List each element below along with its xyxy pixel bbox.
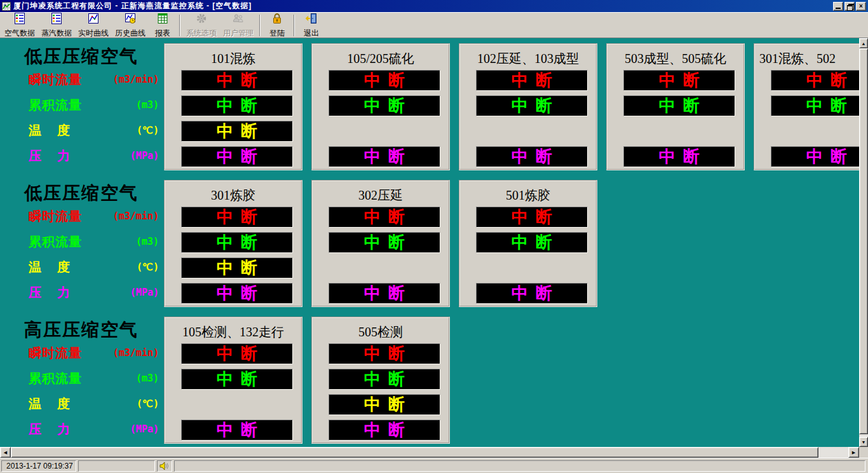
value-display-0: 中断 — [181, 207, 293, 228]
legend-unit: (m3/min) — [113, 74, 159, 85]
scroll-up-button[interactable]: ▲ — [859, 38, 868, 48]
legend-label: 瞬时流量 — [29, 345, 82, 362]
legend-label: 瞬时流量 — [29, 71, 82, 88]
station-panel-title: 301混炼、502 — [755, 50, 859, 67]
station-panel-title: 105/205硫化 — [313, 50, 449, 67]
value-text: 中断 — [364, 282, 412, 305]
legend-unit: (m3) — [136, 99, 159, 111]
value-display-0: 中断 — [771, 70, 859, 91]
legend-label: 累积流量 — [29, 97, 82, 114]
value-text: 中断 — [217, 69, 265, 92]
scroll-left-button[interactable]: ◀ — [0, 447, 11, 458]
value-text: 中断 — [217, 419, 265, 441]
restore-button[interactable] — [844, 2, 855, 11]
legend-unit: (℃) — [137, 398, 159, 409]
toolbar-button-5: 系统选项 — [183, 13, 220, 38]
toolbar-button-label: 登陆 — [269, 28, 285, 39]
vertical-scrollbar: ▲ ▼ — [859, 38, 868, 447]
legend-row-2: 温 度(℃) — [29, 397, 159, 411]
station-panel-title: 302压延 — [313, 187, 449, 204]
legend-row-1: 累积流量(m3) — [29, 371, 159, 385]
legend-unit: (MPa) — [130, 423, 159, 435]
value-display-3: 中断 — [329, 146, 440, 167]
group-title: 低压压缩空气 — [24, 45, 139, 69]
value-display-2: 中断 — [181, 121, 293, 142]
value-display-1: 中断 — [329, 95, 440, 116]
value-text: 中断 — [364, 146, 412, 168]
toolbar-button-3[interactable]: 历史曲线 — [112, 13, 149, 38]
data-list-icon — [13, 12, 26, 27]
lock-icon — [271, 12, 283, 27]
toolbar-button-label: 历史曲线 — [115, 28, 146, 39]
station-panel-title: 501炼胶 — [460, 187, 596, 204]
legend-row-0: 瞬时流量(m3/min) — [29, 209, 159, 223]
exit-icon — [305, 12, 318, 27]
toolbar-button-1[interactable]: 蒸汽数据 — [38, 13, 75, 38]
station-panel: 301炼胶中断中断中断中断 — [164, 180, 302, 307]
legend-row-1: 累积流量(m3) — [29, 98, 159, 112]
toolbar-button-label: 空气数据 — [4, 28, 35, 39]
vertical-scrollbar-thumb[interactable] — [859, 48, 868, 434]
legend-label: 温 度 — [29, 122, 71, 139]
value-text: 中断 — [217, 231, 265, 254]
legend-unit: (m3) — [136, 236, 159, 247]
value-display-1: 中断 — [771, 95, 859, 116]
value-display-3: 中断 — [329, 420, 440, 441]
group-row-1: 低压压缩空气瞬时流量(m3/min)累积流量(m3)温 度(℃)压 力(MPa)… — [0, 180, 859, 308]
station-panel-title: 101混炼 — [165, 50, 301, 67]
toolbar-separator — [259, 15, 261, 36]
station-panel-title: 301炼胶 — [165, 187, 301, 204]
legend-unit: (MPa) — [130, 287, 159, 298]
value-text: 中断 — [512, 69, 560, 92]
value-text: 中断 — [217, 206, 265, 228]
value-text: 中断 — [659, 95, 707, 117]
scroll-right-button[interactable]: ▶ — [848, 447, 859, 458]
toolbar-button-7[interactable]: 登陆 — [263, 13, 291, 38]
legend-label: 压 力 — [29, 284, 71, 301]
toolbar-button-6: 用户管理 — [220, 13, 257, 38]
value-text: 中断 — [364, 231, 412, 254]
value-display-1: 中断 — [181, 232, 293, 253]
legend-row-0: 瞬时流量(m3/min) — [29, 72, 159, 86]
value-text: 中断 — [806, 69, 855, 92]
report-icon — [156, 12, 169, 27]
minimize-button[interactable] — [833, 2, 843, 11]
value-display-1: 中断 — [329, 232, 440, 253]
legend-label: 温 度 — [29, 395, 71, 413]
legend-label: 温 度 — [29, 259, 71, 276]
legend-row-3: 压 力(MPa) — [29, 285, 159, 299]
legend-unit: (℃) — [137, 261, 159, 273]
value-display-0: 中断 — [329, 343, 440, 364]
value-display-3: 中断 — [181, 420, 293, 441]
horizontal-scrollbar-thumb[interactable] — [11, 447, 818, 458]
close-button[interactable]: × — [856, 2, 866, 11]
legend-row-1: 累积流量(m3) — [29, 235, 159, 249]
group-row-2: 高压压缩空气瞬时流量(m3/min)累积流量(m3)温 度(℃)压 力(MPa)… — [0, 317, 859, 445]
toolbar-button-label: 实时曲线 — [78, 28, 109, 39]
legend-unit: (m3/min) — [113, 210, 159, 222]
status-datetime: 2013-1-17 09:19:37 — [1, 460, 76, 472]
window-title: 厦门坤凌系统工程有限公司 - 正新海燕流量监控系统 - [空气数据] — [13, 1, 252, 11]
value-text: 中断 — [806, 95, 855, 117]
status-section-2 — [78, 460, 155, 472]
value-text: 中断 — [364, 343, 412, 365]
value-text: 中断 — [659, 69, 707, 92]
toolbar-button-8[interactable]: 退出 — [297, 13, 325, 38]
station-panel: 105/205硫化中断中断中断 — [311, 43, 450, 170]
toolbar-button-0[interactable]: 空气数据 — [1, 13, 38, 38]
value-text: 中断 — [364, 206, 412, 228]
history-icon — [124, 12, 137, 27]
value-display-3: 中断 — [771, 146, 859, 167]
station-panel-title: 505检测 — [313, 324, 449, 341]
group-title: 高压压缩空气 — [24, 318, 139, 342]
value-display-3: 中断 — [623, 146, 735, 167]
toolbar-button-2[interactable]: 实时曲线 — [75, 13, 112, 38]
value-display-0: 中断 — [476, 207, 588, 228]
station-panel: 102压延、103成型中断中断中断 — [459, 43, 597, 170]
window-controls: × — [833, 2, 866, 11]
value-text: 中断 — [364, 368, 412, 390]
toolbar-button-4[interactable]: 报表 — [149, 13, 177, 38]
value-display-0: 中断 — [329, 70, 440, 91]
scroll-down-button[interactable]: ▼ — [859, 437, 868, 447]
value-text: 中断 — [217, 146, 265, 168]
